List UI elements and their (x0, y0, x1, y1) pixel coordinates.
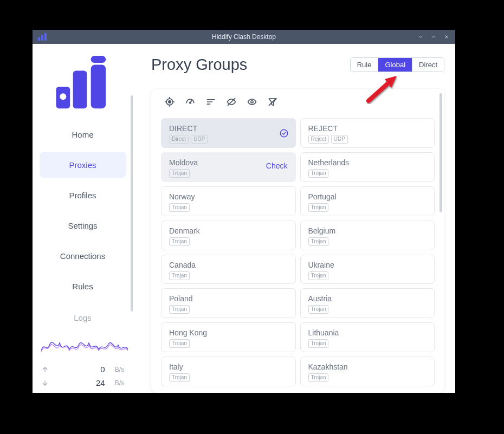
proxy-tag: UDP (331, 135, 348, 144)
proxy-tags: Trojan (308, 169, 427, 178)
proxy-name: Belgium (308, 226, 427, 235)
proxy-name: Poland (169, 294, 288, 303)
sidebar-item-proxies[interactable]: Proxies (40, 152, 126, 178)
content-card: DIRECTDirectUDPREJECTRejectUDPMoldovaTro… (151, 89, 444, 393)
arrow-down-icon (41, 379, 49, 387)
proxy-tag: UDP (191, 135, 208, 144)
proxy-tags: DirectUDP (169, 135, 288, 144)
proxy-check-link[interactable]: Check (266, 161, 288, 170)
proxy-name: Italy (169, 362, 288, 371)
mode-direct-button[interactable]: Direct (412, 58, 444, 72)
svg-rect-6 (91, 65, 106, 109)
app-body: HomeProxiesProfilesSettingsConnectionsRu… (33, 44, 455, 393)
proxy-tag: Reject (308, 135, 329, 144)
proxy-card[interactable]: Hong KongTrojan (161, 322, 296, 352)
proxy-card[interactable]: ItalyTrojan (161, 357, 296, 386)
proxy-card[interactable]: PortugalTrojan (300, 186, 435, 216)
proxy-card[interactable]: KazakhstanTrojan (300, 357, 435, 386)
content-scrollbar[interactable] (440, 93, 442, 212)
proxy-card[interactable]: AustriaTrojan (300, 288, 435, 318)
proxy-tags: Trojan (308, 373, 427, 382)
sidebar-scrollbar[interactable] (131, 95, 133, 312)
svg-point-25 (280, 129, 288, 137)
sidebar-item-connections[interactable]: Connections (40, 243, 126, 269)
svg-point-22 (251, 101, 253, 103)
proxy-tags: Trojan (169, 169, 288, 178)
svg-line-24 (269, 98, 276, 105)
proxy-tags: Trojan (169, 237, 288, 246)
proxy-name: Austria (308, 294, 427, 303)
check-circle-icon (279, 128, 289, 138)
maximize-button[interactable] (430, 34, 437, 40)
download-value: 24 (83, 378, 105, 387)
proxy-tags: Trojan (169, 305, 288, 314)
mode-rule-button[interactable]: Rule (351, 58, 379, 72)
proxy-tags: Trojan (169, 339, 288, 348)
window-controls (417, 34, 450, 40)
hidden-icon[interactable] (226, 96, 237, 109)
page-header: Proxy Groups RuleGlobalDirect (151, 56, 444, 74)
main-panel: Proxy Groups RuleGlobalDirect DIRECTDire… (133, 44, 455, 393)
speed-icon[interactable] (185, 96, 196, 109)
close-button[interactable] (443, 34, 450, 40)
sidebar-item-settings[interactable]: Settings (40, 212, 126, 238)
minimize-button[interactable] (417, 34, 424, 40)
proxy-card[interactable]: NetherlandsTrojan (300, 152, 435, 182)
sort-icon[interactable] (205, 96, 216, 109)
proxy-tag: Trojan (169, 373, 190, 382)
sidebar-item-rules[interactable]: Rules (40, 273, 126, 299)
proxy-card[interactable]: BelgiumTrojan (300, 221, 435, 250)
proxy-card[interactable]: MoldovaTrojanCheck (161, 152, 296, 182)
proxy-card[interactable]: PolandTrojan (161, 288, 296, 318)
proxy-tag: Trojan (308, 305, 329, 314)
proxy-card[interactable]: UkraineTrojan (300, 255, 435, 284)
window-title: Hiddify Clash Desktop (212, 33, 276, 41)
svg-point-3 (60, 93, 66, 100)
proxy-tags: Trojan (169, 271, 288, 280)
proxy-tag: Trojan (308, 271, 329, 280)
proxy-name: Lithuania (308, 328, 427, 337)
proxy-card[interactable]: DenmarkTrojan (161, 221, 296, 250)
sidebar-item-profiles[interactable]: Profiles (40, 182, 126, 208)
proxy-card[interactable]: NorwayTrojan (161, 186, 296, 216)
proxy-tags: Trojan (308, 237, 427, 246)
proxy-name: REJECT (308, 124, 427, 133)
proxy-tag: Trojan (169, 203, 190, 212)
proxy-tag: Trojan (169, 169, 190, 178)
proxy-name: DIRECT (169, 124, 288, 133)
titlebar-logo-icon (38, 33, 48, 41)
proxy-tag: Trojan (169, 339, 190, 348)
sidebar-nav: HomeProxiesProfilesSettingsConnectionsRu… (33, 121, 133, 335)
filter-off-icon[interactable] (267, 96, 278, 109)
proxy-card[interactable]: CanadaTrojan (161, 255, 296, 284)
proxy-tag: Trojan (169, 271, 190, 280)
proxy-name: Ukraine (308, 261, 427, 269)
proxy-tag: Trojan (308, 339, 329, 348)
svg-point-17 (190, 102, 191, 103)
locate-icon[interactable] (164, 96, 175, 109)
upload-stat: 0 B/s (41, 362, 124, 376)
proxy-tag: Trojan (308, 203, 329, 212)
svg-point-11 (169, 101, 171, 103)
download-unit: B/s (115, 379, 124, 387)
proxy-tags: RejectUDP (308, 135, 427, 144)
proxy-name: Hong Kong (169, 328, 288, 337)
mode-global-button[interactable]: Global (378, 58, 412, 72)
proxy-card[interactable]: REJECTRejectUDP (300, 118, 435, 148)
proxy-card[interactable]: LithuaniaTrojan (300, 322, 435, 352)
arrow-up-icon (41, 366, 49, 373)
proxy-name: Norway (169, 192, 288, 201)
download-stat: 24 B/s (41, 376, 124, 390)
svg-rect-7 (91, 56, 106, 63)
proxy-grid: DIRECTDirectUDPREJECTRejectUDPMoldovaTro… (151, 115, 444, 393)
eye-icon[interactable] (247, 96, 257, 109)
proxy-tag: Trojan (308, 373, 329, 382)
sidebar-item-home[interactable]: Home (40, 121, 126, 147)
upload-value: 0 (83, 365, 105, 374)
sidebar-item-logs[interactable]: Logs (40, 305, 126, 331)
proxy-tag: Trojan (308, 169, 329, 178)
proxy-tags: Trojan (308, 339, 427, 348)
proxy-card[interactable]: DIRECTDirectUDP (161, 118, 296, 148)
proxy-tags: Trojan (308, 203, 427, 212)
app-window: Hiddify Clash Desktop (33, 30, 455, 393)
